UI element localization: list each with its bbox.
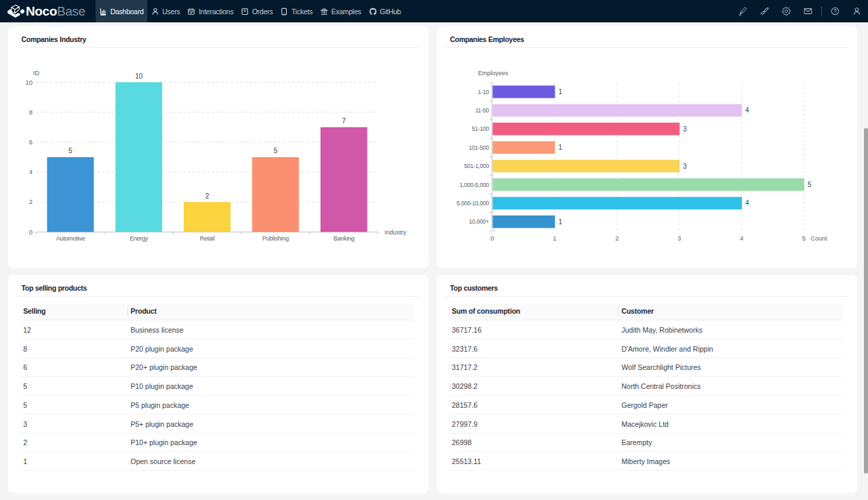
svg-text:5: 5 <box>802 234 806 242</box>
svg-text:3: 3 <box>683 125 687 133</box>
svg-text:0: 0 <box>29 228 33 236</box>
svg-text:6: 6 <box>29 138 33 146</box>
svg-text:Energy: Energy <box>130 235 149 242</box>
svg-text:5: 5 <box>274 147 278 154</box>
svg-text:0: 0 <box>490 234 494 242</box>
svg-text:2: 2 <box>29 198 33 205</box>
svg-text:1: 1 <box>558 88 562 96</box>
svg-text:4: 4 <box>740 234 743 242</box>
svg-text:10: 10 <box>25 79 33 86</box>
svg-text:51-100: 51-100 <box>472 125 490 132</box>
svg-text:ID: ID <box>33 69 40 77</box>
svg-text:1: 1 <box>553 234 556 242</box>
svg-text:11-50: 11-50 <box>475 107 490 114</box>
svg-text:1,000-5,000: 1,000-5,000 <box>460 182 490 188</box>
svg-text:1-10: 1-10 <box>478 89 490 96</box>
svg-text:Count: Count <box>811 235 828 242</box>
svg-text:8: 8 <box>29 108 33 116</box>
svg-text:Automotive: Automotive <box>56 235 85 242</box>
svg-text:4: 4 <box>745 106 749 114</box>
svg-text:5: 5 <box>808 181 812 188</box>
svg-text:1: 1 <box>558 218 562 226</box>
svg-text:7: 7 <box>342 117 346 125</box>
svg-text:3: 3 <box>677 234 681 242</box>
svg-text:1: 1 <box>558 144 562 151</box>
svg-text:501-1,000: 501-1,000 <box>465 163 490 169</box>
svg-text:Employees: Employees <box>478 70 509 77</box>
svg-text:3: 3 <box>683 163 687 170</box>
svg-text:Banking: Banking <box>334 235 355 242</box>
svg-text:Publishing: Publishing <box>262 235 289 242</box>
svg-text:2: 2 <box>205 192 210 200</box>
svg-text:101-500: 101-500 <box>469 144 489 151</box>
svg-text:2: 2 <box>615 234 618 242</box>
svg-text:5: 5 <box>68 147 73 154</box>
svg-text:Industry: Industry <box>384 229 407 236</box>
svg-text:10,000+: 10,000+ <box>469 218 489 225</box>
svg-text:5,000-10,000: 5,000-10,000 <box>456 200 489 207</box>
svg-text:4: 4 <box>29 168 33 175</box>
svg-text:10: 10 <box>135 72 143 80</box>
svg-text:4: 4 <box>745 199 749 207</box>
svg-text:Retail: Retail <box>200 235 215 242</box>
